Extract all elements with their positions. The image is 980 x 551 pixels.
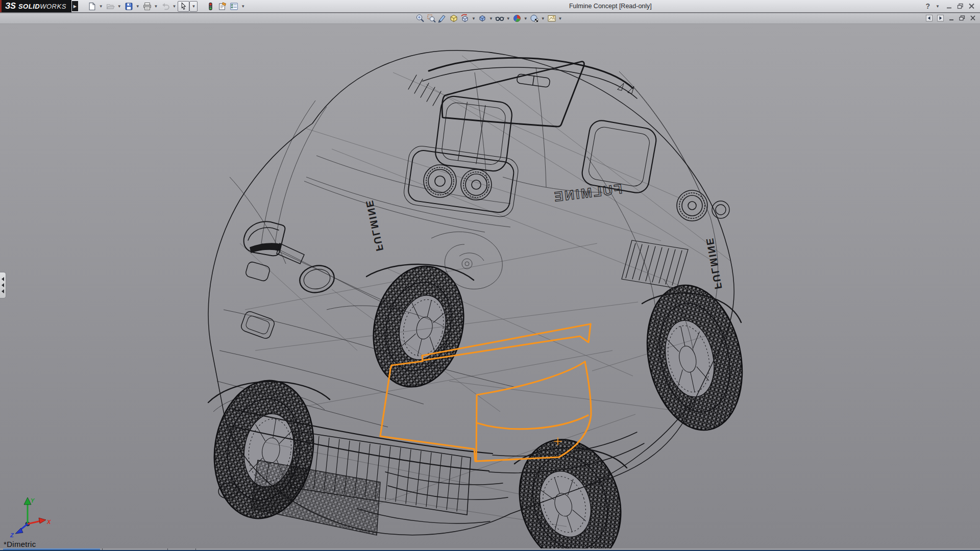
appearance-sphere-icon	[512, 14, 522, 23]
new-document-button[interactable]	[86, 1, 98, 12]
x-axis-label: X	[46, 519, 51, 525]
graphics-area[interactable]: FULMINE FULMINE FULMINE	[0, 24, 980, 548]
z-axis-label: Z	[10, 532, 14, 538]
dropdown-caret[interactable]: ▼	[506, 16, 510, 21]
collapse-arrow-icon	[2, 283, 4, 287]
rotate-view-button[interactable]	[459, 14, 471, 23]
dropdown-caret[interactable]: ▼	[489, 16, 493, 21]
y-axis-label: Y	[31, 497, 35, 504]
open-document-button[interactable]	[105, 1, 116, 12]
display-states-button[interactable]	[205, 1, 216, 12]
close-button[interactable]	[968, 3, 975, 9]
apply-scene-button[interactable]	[529, 14, 540, 23]
select-button[interactable]	[178, 1, 189, 12]
wireframe-detail	[213, 67, 718, 427]
minimize-button[interactable]	[946, 3, 952, 9]
restore-button[interactable]	[957, 3, 964, 9]
logo-mark: ЗS	[5, 2, 16, 11]
select-cursor-icon	[179, 2, 188, 11]
dropdown-caret: ▼	[191, 4, 195, 9]
undo-button[interactable]	[160, 1, 172, 12]
display-style-button[interactable]	[477, 14, 488, 23]
dropdown-caret[interactable]: ▼	[173, 4, 177, 9]
close-icon	[968, 3, 975, 9]
collapse-arrow-icon	[2, 277, 4, 281]
print-icon	[143, 2, 152, 11]
rotate-cube-icon	[460, 14, 470, 23]
doc-minimize-button[interactable]	[948, 15, 954, 21]
titlebar[interactable]: ЗS SOLID WORKS ▶ ▼ ▼	[0, 0, 980, 13]
hide-show-items-button[interactable]	[494, 14, 505, 23]
menu-flyout-arrow[interactable]: ▶	[72, 1, 78, 11]
window-title: Fulmine Concept [Read-only]	[247, 3, 925, 10]
standard-toolbar: ▼ ▼ ▼ ▼	[86, 1, 247, 12]
menu-row: ▼ ▼ ▼ ▼	[0, 13, 980, 24]
previous-window-icon	[926, 15, 933, 21]
eyeglasses-icon	[495, 14, 504, 23]
dropdown-caret[interactable]: ▼	[117, 4, 121, 9]
headsup-view-toolbar: ▼ ▼ ▼ ▼	[414, 14, 564, 23]
model-wireframe[interactable]: FULMINE FULMINE FULMINE	[0, 24, 980, 548]
taskbar[interactable]	[0, 548, 980, 551]
badge-left: FULMINE	[363, 198, 385, 252]
dropdown-caret[interactable]: ▼	[524, 16, 528, 21]
collapse-arrow-icon	[2, 289, 4, 293]
dropdown-caret[interactable]: ▼	[99, 4, 103, 9]
section-knife-icon	[438, 14, 447, 23]
new-document-icon	[88, 2, 96, 11]
save-floppy-icon	[125, 2, 133, 11]
zoom-to-fit-button[interactable]	[414, 14, 426, 23]
previous-window-button[interactable]	[926, 15, 933, 21]
y-axis-arrow	[24, 497, 31, 505]
zoom-to-area-icon	[427, 14, 436, 23]
view-orientation-label: *Dimetric	[4, 540, 36, 548]
scene-sphere-icon	[530, 14, 539, 23]
restore-icon	[957, 3, 964, 9]
options-button[interactable]	[228, 1, 240, 12]
doc-restore-icon	[959, 15, 965, 21]
doc-close-button[interactable]	[970, 15, 976, 21]
edit-appearance-button[interactable]	[511, 14, 523, 23]
help-dropdown-caret[interactable]: ▼	[936, 4, 940, 9]
view-settings-icon	[547, 14, 556, 23]
save-button[interactable]	[123, 1, 135, 12]
dropdown-caret[interactable]: ▼	[241, 4, 245, 9]
select-dropdown[interactable]: ▼	[189, 1, 198, 12]
file-properties-button[interactable]	[216, 1, 228, 12]
logo-accent	[0, 0, 2, 12]
wireframe-chords	[240, 56, 731, 527]
badge-rear: FULMINE	[552, 181, 623, 205]
dropdown-caret[interactable]: ▼	[136, 4, 140, 9]
view-orientation-button[interactable]	[448, 14, 459, 23]
display-style-cube-icon	[478, 14, 487, 23]
logo-works: WORKS	[40, 3, 66, 10]
view-settings-button[interactable]	[546, 14, 557, 23]
document-window-controls	[926, 15, 976, 21]
orientation-triad: Y X Z	[7, 495, 53, 538]
dropdown-caret[interactable]: ▼	[472, 16, 476, 21]
next-window-button[interactable]	[937, 15, 944, 21]
solidworks-logo: ЗS SOLID WORKS	[0, 0, 71, 12]
solidworks-window: ЗS SOLID WORKS ▶ ▼ ▼	[0, 0, 980, 551]
options-checklist-icon	[230, 2, 238, 11]
dropdown-caret[interactable]: ▼	[154, 4, 158, 9]
dropdown-caret[interactable]: ▼	[541, 16, 545, 21]
zoom-to-area-button[interactable]	[426, 14, 437, 23]
traffic-light-icon	[206, 2, 215, 11]
print-button[interactable]	[141, 1, 153, 12]
doc-restore-button[interactable]	[959, 15, 965, 21]
open-folder-icon	[106, 2, 115, 11]
file-properties-icon	[218, 2, 227, 11]
x-axis-arrow	[39, 518, 46, 523]
badge-right: FULMINE	[704, 236, 724, 290]
featuremanager-collapse-handle[interactable]	[0, 272, 6, 298]
undo-icon	[161, 2, 170, 11]
help-button[interactable]: ?	[926, 2, 930, 10]
window-controls: ? ▼	[926, 2, 980, 10]
orientation-box-icon	[449, 14, 458, 23]
section-view-button[interactable]	[437, 14, 448, 23]
dropdown-caret[interactable]: ▼	[558, 16, 562, 21]
doc-minimize-icon	[948, 15, 954, 21]
zoom-to-fit-icon	[415, 14, 425, 23]
doc-close-icon	[970, 15, 976, 21]
